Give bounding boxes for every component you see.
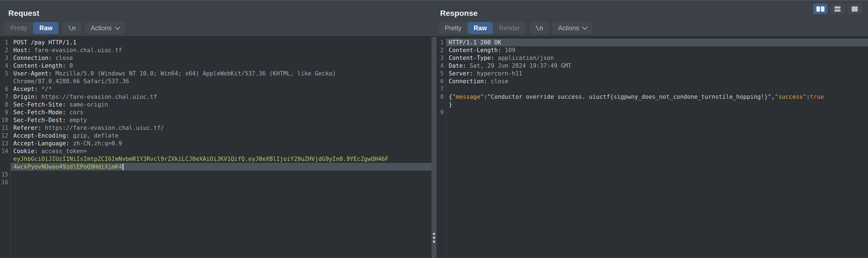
line-number: 3	[0, 54, 10, 62]
code-segment: Connection:	[13, 55, 56, 61]
response-header: Response Pretty Raw Render \n Actions	[436, 1, 868, 36]
line-number: 15	[0, 171, 10, 178]
code-line-text[interactable]: Date: Sat, 29 Jun 2024 19:37:49 GMT	[446, 62, 868, 69]
code-line-text[interactable]: HTTP/1.1 200 OK	[446, 38, 868, 46]
code-segment: Content-Length:	[13, 62, 69, 69]
code-line-text[interactable]: Sec-Fetch-Site: same-origin	[10, 101, 432, 109]
code-row: 3Content-Type: application/json	[436, 54, 868, 62]
code-line-text[interactable]: POST /pay HTTP/1.1	[10, 38, 432, 46]
single-pane-view-button[interactable]	[847, 4, 862, 14]
code-line-text[interactable]	[10, 171, 432, 178]
code-line-text[interactable]	[10, 178, 432, 186]
line-number: 10	[0, 116, 10, 124]
splitter-drag-handle-icon	[433, 233, 435, 243]
code-segment: :	[484, 93, 487, 100]
code-line-text[interactable]: Sec-Fetch-Mode: cors	[10, 109, 432, 116]
line-number: 11	[0, 124, 10, 132]
code-segment: HTTP/1.1 200 OK	[449, 39, 501, 46]
code-segment: Mozilla/5.0 (Windows NT 10.0; Win64; x64…	[56, 70, 336, 77]
line-number: 14	[0, 147, 10, 155]
code-segment: Sec-Fetch-Dest:	[13, 117, 69, 123]
code-line-text[interactable]	[446, 109, 868, 116]
code-row: 15	[0, 171, 432, 178]
code-line-text[interactable]: Connection: close	[446, 78, 868, 85]
code-row: 2Content-Length: 109	[436, 46, 868, 54]
code-line-text[interactable]: User-Agent: Mozilla/5.0 (Windows NT 10.0…	[10, 69, 432, 78]
layout-view-controls	[813, 4, 862, 14]
code-segment: gzip, deflate	[73, 132, 118, 139]
line-number: 16	[0, 178, 10, 186]
response-tab-pretty[interactable]: Pretty	[439, 22, 468, 34]
code-line-text[interactable]: Origin: https://fare-evasion.chal.uiuc.t…	[10, 93, 432, 101]
code-line-text[interactable]: Chrome/87.0.4280.66 Safari/537.36	[10, 78, 432, 85]
request-tab-raw[interactable]: Raw	[33, 22, 59, 34]
code-segment: ,	[771, 93, 775, 100]
code-segment: Connection:	[449, 78, 491, 85]
code-line-text[interactable]: Content-Length: 0	[10, 62, 432, 69]
code-segment: POST /pay HTTP/1.1	[13, 39, 76, 46]
line-number: 6	[436, 78, 446, 85]
code-segment: Sec-Fetch-Mode:	[13, 109, 69, 116]
panel-splitter[interactable]	[432, 37, 436, 258]
response-tab-group: Pretty Raw Render	[439, 22, 526, 34]
code-line-text[interactable]: Accept-Encoding: gzip, deflate	[10, 132, 432, 140]
response-actions-button[interactable]: Actions	[553, 22, 592, 34]
line-number: 4	[436, 62, 446, 69]
code-line-text[interactable]: Server: hypercorn-h11	[446, 69, 868, 78]
code-line-text[interactable]: Accept-Language: zh-CN,zh;q=0.9	[10, 140, 432, 147]
request-editor[interactable]: 1POST /pay HTTP/1.12Host: fare-evasion.c…	[0, 37, 432, 258]
code-line-text[interactable]: Content-Type: application/json	[446, 54, 868, 62]
code-line-text[interactable]: Host: fare-evasion.chal.uiuc.tf	[10, 46, 432, 54]
request-actions-label: Actions	[91, 24, 112, 32]
code-row: }	[436, 101, 868, 109]
code-line-text[interactable]: Content-Length: 109	[446, 46, 868, 54]
code-row: 6Accept: */*	[0, 85, 432, 93]
request-tab-pretty[interactable]: Pretty	[4, 22, 33, 34]
request-tab-group: Pretty Raw	[4, 22, 59, 34]
line-number: 3	[436, 54, 446, 62]
code-row: 8{"message":"Conductor override success.…	[436, 93, 868, 101]
code-line-text[interactable]: Referer: https://fare-evasion.chal.uiuc.…	[10, 124, 432, 132]
code-line-text[interactable]: Cookie: access_token=	[10, 147, 432, 155]
request-newline-toggle-button[interactable]: \n	[62, 22, 81, 34]
line-number: 7	[436, 85, 446, 93]
request-header: Request Pretty Raw \n Actions	[0, 1, 432, 36]
message-editor-header-band: Request Pretty Raw \n Actions Response P…	[0, 0, 868, 37]
code-line-text[interactable]: }	[446, 101, 868, 109]
response-editor[interactable]: 1HTTP/1.1 200 OK2Content-Length: 1093Con…	[436, 37, 868, 258]
code-line-text[interactable]: Sec-Fetch-Dest: empty	[10, 116, 432, 124]
code-line-text[interactable]: {"message":"Conductor override success. …	[446, 93, 868, 101]
response-actions-label: Actions	[558, 24, 579, 32]
code-row: 11Referer: https://fare-evasion.chal.uiu…	[0, 124, 432, 132]
code-row: 5User-Agent: Mozilla/5.0 (Windows NT 10.…	[0, 69, 432, 78]
code-row: 4Content-Length: 0	[0, 62, 432, 69]
response-newline-toggle-button[interactable]: \n	[530, 22, 549, 34]
response-toolbar: Pretty Raw Render \n Actions	[438, 22, 868, 34]
split-rows-view-button[interactable]	[830, 4, 845, 14]
request-actions-button[interactable]: Actions	[85, 22, 125, 34]
code-segment: Server:	[449, 70, 477, 77]
code-segment: https://fare-evasion.chal.uiuc.tf	[41, 93, 157, 100]
code-segment: Host:	[13, 47, 34, 54]
code-line-text[interactable]: 4wckPyovNOwao49zdlEPoQ9HdiXimK4	[10, 163, 432, 171]
code-line-text[interactable]: Accept: */*	[10, 85, 432, 93]
code-segment: 109	[505, 47, 515, 54]
response-tab-render[interactable]: Render	[493, 22, 526, 34]
line-number	[0, 78, 10, 85]
code-segment: Date:	[449, 62, 470, 69]
code-row: 2Host: fare-evasion.chal.uiuc.tf	[0, 46, 432, 54]
code-row: Chrome/87.0.4280.66 Safari/537.36	[0, 78, 432, 85]
code-segment: access_token=	[41, 148, 87, 154]
split-columns-view-button[interactable]	[813, 4, 828, 14]
code-line-text[interactable]: Connection: close	[10, 54, 432, 62]
code-line-text[interactable]	[446, 85, 868, 93]
chevron-down-icon	[115, 24, 120, 30]
code-segment: Content-Type:	[449, 55, 498, 61]
code-row: 4wckPyovNOwao49zdlEPoQ9HdiXimK4	[0, 163, 432, 171]
code-line-text[interactable]: eyJhbGciOiJIUzI1NiIsImtpZCI6ImNvbmR1Y3Rv…	[10, 155, 432, 163]
response-tab-raw[interactable]: Raw	[468, 22, 493, 34]
line-number	[0, 155, 10, 163]
code-segment: Accept:	[13, 86, 41, 92]
code-row: 3Connection: close	[0, 54, 432, 62]
code-segment: close	[491, 78, 508, 85]
